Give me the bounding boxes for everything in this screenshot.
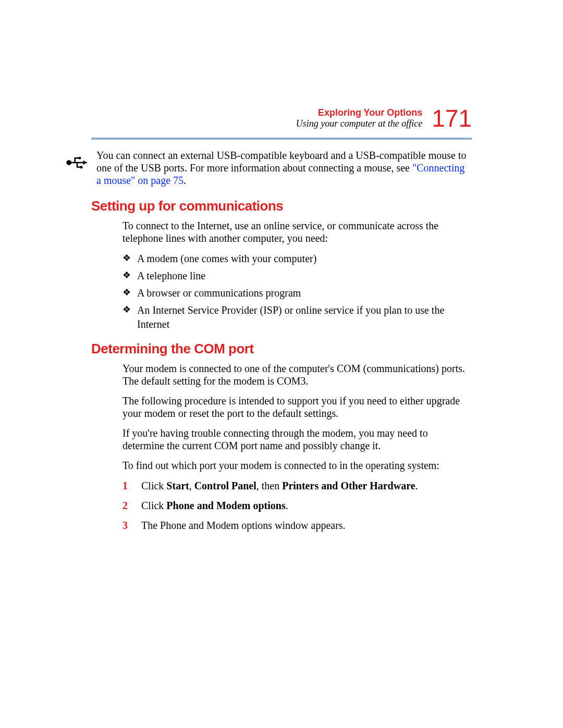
step-1: Click Start, Control Panel, then Printer… [123,479,472,492]
step-bold: Printers and Other Hardware [282,480,415,491]
requirements-list: A modem (one comes with your computer) A… [123,252,472,331]
header-text-block: Exploring Your Options Using your comput… [296,107,422,129]
step-text: Click [141,480,166,491]
svg-marker-2 [83,161,87,165]
com-paragraph-4: To find out which port your modem is con… [123,459,472,472]
header-divider [91,138,472,140]
step-text: , [189,480,194,491]
communications-block: To connect to the Internet, use an onlin… [123,219,472,331]
comm-intro-paragraph: To connect to the Internet, use an onlin… [123,219,472,244]
com-paragraph-1: Your modem is connected to one of the co… [123,362,472,387]
step-3: The Phone and Modem options window appea… [123,519,472,532]
list-item: A browser or communications program [137,286,472,300]
section-subtitle: Using your computer at the office [296,118,422,129]
list-item: A telephone line [137,269,472,283]
step-text: . [415,480,418,491]
svg-rect-3 [79,157,81,159]
steps-list: Click Start, Control Panel, then Printer… [123,479,472,532]
step-bold: Control Panel [194,480,256,491]
heading-setting-up: Setting up for communications [91,198,472,214]
com-paragraph-3: If you're having trouble connecting thro… [123,427,472,452]
list-item: An Internet Service Provider (ISP) or on… [137,303,472,331]
usb-text-after: . [183,175,186,186]
com-paragraph-2: The following procedure is intended to s… [123,394,472,419]
step-text: The Phone and Modem options window appea… [141,520,346,531]
usb-note-block: You can connect an external USB-compatib… [91,149,472,187]
svg-point-4 [80,166,82,168]
step-text: . [286,500,288,511]
step-text: Click [141,500,166,511]
usb-icon [66,151,89,176]
list-item: A modem (one comes with your computer) [137,252,472,266]
step-bold: Phone and Modem options [166,500,285,511]
step-text: , then [256,480,282,491]
document-page: Exploring Your Options Using your comput… [0,0,563,728]
chapter-title: Exploring Your Options [296,107,422,118]
usb-paragraph: You can connect an external USB-compatib… [96,149,472,187]
step-2: Click Phone and Modem options. [123,499,472,512]
heading-com-port: Determining the COM port [91,341,472,357]
page-header: Exploring Your Options Using your comput… [91,104,472,132]
usb-text-before: You can connect an external USB-compatib… [96,150,466,174]
step-bold: Start [166,480,189,491]
com-port-block: Your modem is connected to one of the co… [123,362,472,532]
page-number: 171 [432,104,472,132]
